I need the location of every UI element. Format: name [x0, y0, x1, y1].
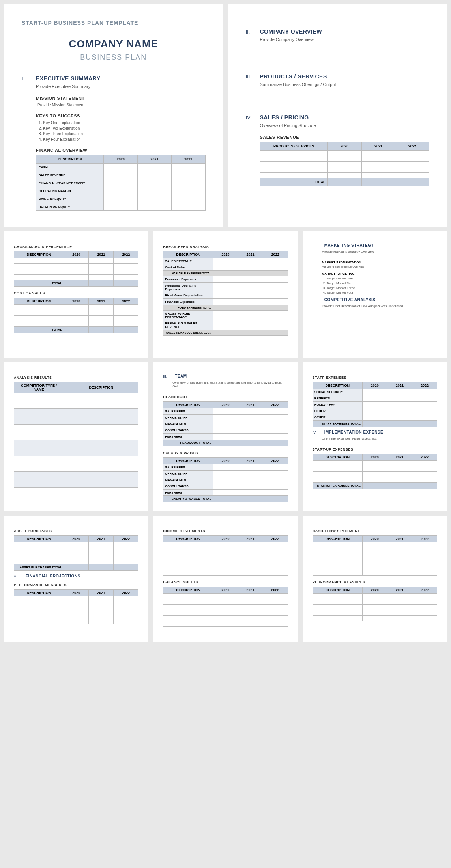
analysis-results-heading: ANALYSIS RESULTS: [14, 376, 138, 380]
market-targeting-list: Target Market One Target Market Two Targ…: [327, 277, 437, 294]
cash-flow-table: DESCRIPTION202020212022: [313, 535, 437, 576]
performance-measures-table: DESCRIPTION202020212022: [14, 589, 138, 624]
section-competitive-analysis: II. COMPETITIVE ANALYSIS: [313, 298, 437, 302]
performance-measures-heading-2: PERFORMANCE MEASURES: [313, 580, 437, 584]
page-4: BREAK-EVEN ANALYSIS DESCRIPTION202020212…: [153, 231, 298, 358]
balance-sheets-heading: BALANCE SHEETS: [163, 580, 288, 584]
staff-expenses-table: DESCRIPTION202020212022 SOCIAL SECURITY …: [313, 382, 437, 427]
cost-of-sales-table: DESCRIPTION202020212022 TOTAL: [14, 298, 138, 333]
page-1: START-UP BUSINESS PLAN TEMPLATE COMPANY …: [4, 4, 223, 227]
sales-revenue-table: PRODUCTS / SERVICES202020212022 TOTAL: [260, 142, 430, 186]
startup-expenses-table: DESCRIPTION202020212022 STARTUP EXPENSES…: [313, 454, 437, 489]
asset-purchases-table: DESCRIPTION202020212022 ASSET PURCHASES …: [14, 535, 138, 571]
salary-heading: SALARY & WAGES: [163, 451, 288, 455]
page-5: I. MARKETING STRATEGY Provide Marketing …: [303, 231, 447, 358]
section-financial-projections: V. FINANCIAL PROJECTIONS: [14, 574, 138, 578]
break-even-table: DESCRIPTION202020212022 SALES REVENUE Co…: [163, 251, 288, 336]
page-6: ANALYSIS RESULTS COMPETITOR TYPE / NAMED…: [4, 362, 148, 511]
income-statements-table: DESCRIPTION202020212022: [163, 535, 288, 576]
page-9: ASSET PURCHASES DESCRIPTION202020212022 …: [4, 516, 148, 642]
page-11: CASH-FLOW STATEMENT DESCRIPTION202020212…: [303, 516, 447, 642]
salary-table: DESCRIPTION202020212022 SALES REPS OFFIC…: [163, 457, 288, 502]
startup-expenses-heading: START-UP EXPENSES: [313, 447, 437, 451]
headcount-table: DESCRIPTION202020212022 SALES REPS OFFIC…: [163, 401, 288, 446]
page-10: INCOME STATEMENTS DESCRIPTION20202021202…: [153, 516, 298, 642]
asset-purchases-heading: ASSET PURCHASES: [14, 529, 138, 533]
gross-margin-table: DESCRIPTION202020212022 TOTAL: [14, 251, 138, 287]
section-executive-summary: I. EXECUTIVE SUMMARY: [22, 75, 206, 82]
break-even-heading: BREAK-EVEN ANALYSIS: [163, 245, 288, 249]
template-title: START-UP BUSINESS PLAN TEMPLATE: [22, 20, 206, 26]
section-products-services: III. PRODUCTS / SERVICES: [246, 73, 430, 80]
financial-overview-table: DESCRIPTION202020212022 CASH SALES REVEN…: [36, 155, 206, 211]
cash-flow-heading: CASH-FLOW STATEMENT: [313, 529, 437, 533]
cost-of-sales-heading: COST OF SALES: [14, 291, 138, 295]
income-statements-heading: INCOME STATEMENTS: [163, 529, 288, 533]
performance-measures-heading: PERFORMANCE MEASURES: [14, 583, 138, 587]
page-2: II. COMPANY OVERVIEW Provide Company Ove…: [228, 4, 447, 227]
section-company-overview: II. COMPANY OVERVIEW: [246, 28, 430, 35]
page-7: III. TEAM Overview of Management and Sta…: [153, 362, 298, 511]
section-implementation-expense: IV. IMPLEMENTATION EXPENSE: [313, 430, 437, 434]
mission-statement-heading: MISSION STATEMENT: [36, 96, 206, 101]
staff-expenses-heading: STAFF EXPENSES: [313, 376, 437, 380]
balance-sheets-table: DESCRIPTION202020212022: [163, 587, 288, 627]
market-segmentation-heading: MARKET SEGMENTATION: [322, 261, 437, 264]
keys-list: Key One Explanation Key Two Explanation …: [43, 121, 206, 142]
keys-heading: KEYS TO SUCCESS: [36, 114, 206, 118]
analysis-results-table: COMPETITOR TYPE / NAMEDESCRIPTION: [14, 382, 138, 488]
performance-measures-table-2: DESCRIPTION202020212022: [313, 587, 437, 621]
company-name: COMPANY NAME: [22, 38, 206, 50]
section-sales-pricing: IV. SALES / PRICING: [246, 114, 430, 121]
market-targeting-heading: MARKET TARGETING: [322, 272, 437, 276]
section-team: III. TEAM: [163, 374, 288, 378]
gross-margin-heading: GROSS-MARGIN PERCENTAGE: [14, 245, 138, 249]
section-marketing-strategy: I. MARKETING STRATEGY: [313, 243, 437, 248]
financial-overview-heading: FINANCIAL OVERVIEW: [36, 148, 206, 153]
page-3: GROSS-MARGIN PERCENTAGE DESCRIPTION20202…: [4, 231, 148, 358]
business-plan-subtitle: BUSINESS PLAN: [22, 53, 206, 61]
sales-revenue-heading: SALES REVENUE: [260, 135, 430, 140]
headcount-heading: HEADCOUNT: [163, 395, 288, 399]
page-8: STAFF EXPENSES DESCRIPTION202020212022 S…: [303, 362, 447, 511]
